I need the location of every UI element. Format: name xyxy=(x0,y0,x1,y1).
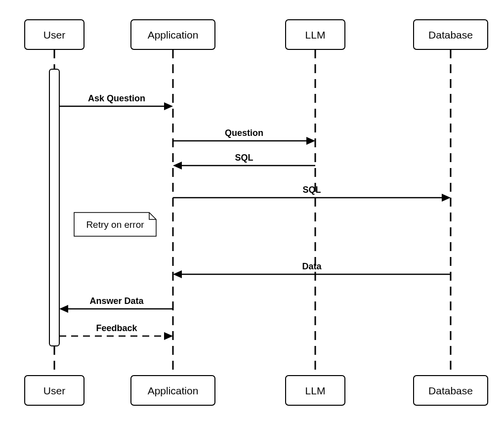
actor-application-bottom-label: Application xyxy=(148,385,199,396)
actor-application-top-label: Application xyxy=(148,29,199,41)
msg-data-label: Data xyxy=(302,261,322,271)
arrow-sql-forward xyxy=(442,194,451,202)
actor-database-bottom-label: Database xyxy=(428,385,473,396)
arrow-feedback xyxy=(164,332,173,340)
arrow-question xyxy=(306,137,315,145)
msg-feedback-label: Feedback xyxy=(96,323,137,333)
note-retry: Retry on error xyxy=(74,212,156,236)
arrow-answer-data xyxy=(59,305,68,313)
actor-user-bottom-label: User xyxy=(43,385,65,396)
arrow-ask-question xyxy=(164,102,173,110)
msg-sql-forward-label: SQL xyxy=(302,185,321,195)
note-retry-label: Retry on error xyxy=(86,219,144,230)
arrow-data xyxy=(173,270,182,278)
msg-question-label: Question xyxy=(225,128,263,138)
sequence-diagram: User Application LLM Database Ask Questi… xyxy=(0,0,504,425)
actor-user-top-label: User xyxy=(43,29,65,41)
actor-llm-bottom-label: LLM xyxy=(305,385,326,396)
msg-ask-question-label: Ask Question xyxy=(88,93,145,103)
msg-sql-back-label: SQL xyxy=(235,153,253,163)
activation-user xyxy=(49,69,59,346)
msg-answer-data-label: Answer Data xyxy=(89,296,144,306)
actor-database-top-label: Database xyxy=(428,29,473,41)
actor-llm-top-label: LLM xyxy=(305,29,326,41)
arrow-sql-back xyxy=(173,162,182,170)
